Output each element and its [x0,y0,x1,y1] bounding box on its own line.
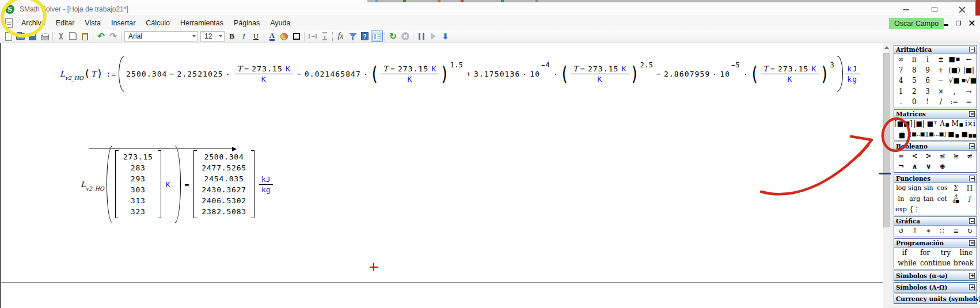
while-button[interactable]: while [894,258,920,269]
scroll-up-button[interactable] [883,43,890,52]
for-button[interactable]: for [915,248,936,258]
collapse-icon[interactable] [969,240,975,246]
menu-archivo[interactable]: Archivo [16,17,51,29]
cross-product-button[interactable]: i×i [964,119,977,130]
break-button[interactable]: break [951,258,977,269]
recalculate-button[interactable]: ↻ [387,31,399,42]
menu-calculo[interactable]: Cálculo [140,17,175,29]
menu-vista[interactable]: Vista [79,17,106,29]
vertical-spacing-button[interactable] [318,31,331,42]
vertical-scrollbar[interactable] [883,43,890,308]
nth-root-button[interactable]: ■√■ [961,75,977,86]
multiply-button[interactable]: × [935,86,948,97]
minimize-button[interactable] [896,4,916,15]
if-button[interactable]: if [894,248,915,258]
digit-5-button[interactable]: 5 [907,75,921,86]
panel-header[interactable]: Programación [894,239,977,248]
digit-4-button[interactable]: 4 [894,75,907,86]
maximize-button[interactable] [925,4,944,15]
cos-button[interactable]: cos [936,183,949,194]
or-button[interactable]: ∨ [922,161,936,172]
digit-8-button[interactable]: 8 [907,65,921,76]
digit-1-button[interactable]: 1 [894,86,907,97]
matrix-element-2d-button[interactable]: ■■■ [961,129,977,140]
log-button[interactable]: log [894,183,908,194]
close-button[interactable] [952,4,972,15]
insert-function-button[interactable]: fx [335,31,347,42]
tan-button[interactable]: tan [922,193,936,204]
undo-button[interactable]: ↶ [95,31,107,42]
less-than-button[interactable]: < [908,151,922,162]
sin-button[interactable]: sin [922,183,936,194]
decimal-point-button[interactable]: . [894,97,907,108]
pi-button[interactable]: π [907,54,921,65]
parentheses-button[interactable]: (■) [948,65,961,76]
infinity-button[interactable]: ∞ [894,54,907,65]
move-up-button[interactable]: ↑ [908,226,922,237]
pause-button[interactable] [415,31,427,42]
summation-button[interactable]: Σ [949,183,963,194]
collapse-icon[interactable] [969,176,975,181]
panel-header[interactable]: Booleano [894,142,977,151]
ln-button[interactable]: ln [894,193,908,204]
cut-button[interactable] [55,31,67,42]
move-button[interactable]: ⌖ [922,226,936,237]
grid-button[interactable]: ∷ [936,226,949,237]
worksheet-canvas[interactable]: Lv2_HO (T) := 2500.304 − 2.2521025 · T−2… [0,43,883,308]
menu-ayuda[interactable]: Ayuda [265,17,295,29]
underline-button[interactable]: U [250,31,262,42]
square-root-button[interactable]: √■ [948,75,961,86]
digit-9-button[interactable]: 9 [921,65,934,76]
greater-than-button[interactable]: > [922,151,936,162]
power-button[interactable]: ■■ [948,54,961,65]
less-equal-button[interactable]: ≤ [936,151,949,162]
menu-editar[interactable]: Editar [51,17,80,29]
panel-header[interactable]: Gráfica [894,217,977,226]
sign-button[interactable]: sign [908,183,922,194]
menu-herramientas[interactable]: Herramientas [175,17,229,29]
digit-7-button[interactable]: 7 [894,65,907,76]
redo-button[interactable]: ↷ [107,31,119,42]
panel-header[interactable]: Currency units (symbols) [894,294,977,303]
cases-button[interactable]: {⋮ [908,204,922,215]
line-button[interactable]: line [956,248,977,258]
range-button[interactable]: [■‥■] [910,129,927,140]
refresh-graph-button[interactable]: ↻ [963,226,977,237]
try-button[interactable]: try [936,248,956,258]
subtract-button[interactable]: − [935,75,948,86]
range-step-button[interactable]: [■…■] [927,129,946,140]
greater-equal-button[interactable]: ≥ [949,151,963,162]
determinant-button[interactable]: |■| [913,119,925,130]
digit-0-button[interactable]: 0 [907,97,921,108]
units-filter-button[interactable] [347,31,359,42]
arrow-right-button[interactable]: → [961,86,977,97]
menu-insertar[interactable]: Insertar [106,17,140,29]
horizontal-spacing-button[interactable] [306,31,318,42]
exp-button[interactable]: exp [894,204,908,215]
cot-button[interactable]: cot [936,193,949,204]
digit-3-button[interactable]: 3 [921,86,934,97]
side-panel-toggle-button[interactable] [371,31,383,42]
panel-header[interactable]: Funciones [894,174,977,183]
print-button[interactable] [39,31,51,42]
paste-button[interactable] [79,31,91,42]
arg-button[interactable]: arg [908,193,922,204]
matrix-element-button[interactable]: ■■ [946,129,962,140]
save-button[interactable] [26,31,39,42]
copy-button[interactable] [67,31,79,42]
user-badge[interactable]: Oscar Campo [889,18,944,29]
evaluation-region[interactable]: Lv2_HO 273.15 283 293 303 313 323 K = 25… [81,146,275,223]
divide-button[interactable]: / [935,97,948,108]
step-button[interactable]: ⬇ [439,31,451,42]
italic-button[interactable]: I [238,31,250,42]
stop-calculation-button[interactable] [399,31,411,42]
integral-button[interactable]: ∫ [963,193,977,204]
plus-minus-button[interactable]: ± [935,54,948,65]
panel-header[interactable]: Aritmética [894,45,977,54]
transpose-button[interactable]: ■T [925,119,938,130]
font-size-select[interactable]: 12 [200,31,225,41]
open-button[interactable] [14,31,26,42]
panel-header[interactable]: Matrices [894,110,977,119]
digit-6-button[interactable]: 6 [921,75,934,86]
function-definition-region[interactable]: Lv2_HO (T) := 2500.304 − 2.2521025 · T−2… [60,56,861,92]
